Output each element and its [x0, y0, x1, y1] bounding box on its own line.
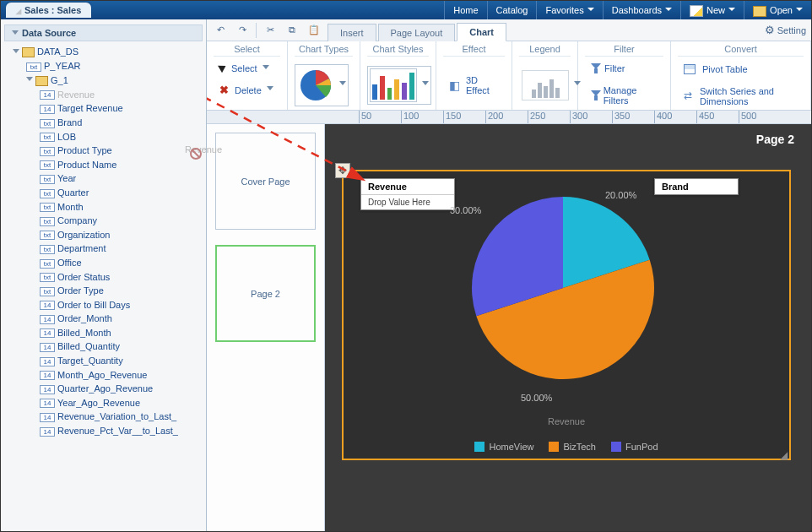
select-button[interactable]: Select — [214, 60, 275, 77]
tree-field-label: Target Revenue — [57, 103, 123, 113]
undo-button[interactable]: ↶ — [212, 22, 229, 39]
tree-field[interactable]: Order Status — [13, 270, 206, 285]
text-field-icon — [40, 175, 55, 184]
menu-new[interactable]: New — [680, 1, 744, 19]
tree-field[interactable]: Company — [13, 214, 206, 228]
delete-icon: ✖ — [219, 84, 229, 96]
pie-pct-funpod: 30.00% — [450, 205, 481, 215]
tree-field-label: Order_Month — [57, 313, 112, 323]
drop-zone-value[interactable]: Revenue Drop Value Here — [360, 178, 455, 210]
tree-group[interactable]: G_1 — [13, 73, 206, 88]
copy-button[interactable]: ⧉ — [284, 22, 300, 39]
tree-field[interactable]: Quarter — [13, 186, 206, 200]
tree-field[interactable]: Organization — [13, 228, 206, 242]
canvas[interactable]: Page 2 ✥ ◢ Revenue Drop Value Here Brand — [325, 124, 811, 531]
tab-chart[interactable]: Chart — [457, 23, 506, 41]
tab-insert[interactable]: Insert — [328, 24, 376, 41]
ribbon-legend-header: Legend — [519, 41, 571, 57]
legend-picker[interactable] — [519, 68, 583, 103]
tree-field[interactable]: Product Type — [13, 144, 206, 158]
ribbon-select-header: Select — [214, 41, 280, 57]
numeric-field-icon — [40, 399, 55, 408]
delete-button[interactable]: ✖Delete — [214, 80, 279, 100]
legend-item-homeview[interactable]: HomeView — [474, 442, 533, 452]
top-bar: Sales : Sales Home Catalog Favorites Das… — [1, 1, 811, 19]
redo-button[interactable]: ↷ — [234, 22, 251, 39]
swap-icon — [684, 91, 693, 101]
drop-zone-label: Revenue — [361, 179, 454, 194]
ruler-tick: 300 — [570, 111, 587, 124]
tree-field[interactable]: Order Type — [13, 284, 206, 298]
numeric-field-icon — [40, 315, 55, 324]
tree-field[interactable]: Revenue — [13, 88, 206, 102]
numeric-field-icon — [40, 301, 55, 310]
tree-field[interactable]: Month_Ago_Revenue — [13, 368, 206, 383]
legend-icon — [522, 70, 569, 100]
tree-field[interactable]: Order_Month — [13, 312, 206, 326]
document-title: Sales : Sales — [24, 5, 81, 15]
legend-item-biztech[interactable]: BizTech — [549, 442, 596, 452]
tree-field[interactable]: Revenue_Variation_to_Last_ — [13, 410, 206, 424]
data-tree: DATA_DS P_YEAR G_1 RevenueTarget Revenue… — [1, 45, 206, 438]
drop-zone-hint: Drop Value Here — [361, 194, 454, 209]
tree-field[interactable]: Year — [13, 171, 206, 186]
legend-item-funpod[interactable]: FunPod — [611, 442, 658, 452]
chart-frame[interactable]: ✥ ◢ Revenue Drop Value Here Brand — [342, 170, 791, 460]
quick-toolbar: ↶ ↷ ✂ ⧉ 📋 Insert Page Layout Chart Setti… — [207, 19, 811, 41]
ribbon-effect-header: Effect — [443, 41, 505, 57]
filter-button[interactable]: Filter — [585, 60, 631, 77]
tab-page-layout[interactable]: Page Layout — [378, 24, 456, 41]
tree-field[interactable]: Brand — [13, 116, 206, 130]
drop-zone-series[interactable]: Brand — [654, 178, 739, 195]
ribbon-convert-header: Convert — [678, 41, 804, 57]
paste-button[interactable]: 📋 — [306, 22, 322, 39]
tree-field[interactable]: Billed_Month — [13, 326, 206, 340]
tree-field[interactable]: Quarter_Ago_Revenue — [13, 382, 206, 396]
chart-style-picker[interactable] — [367, 66, 431, 105]
legend-swatch — [474, 442, 484, 452]
thumb-cover-page[interactable]: Cover Page — [215, 133, 316, 230]
data-source-header[interactable]: Data Source — [4, 24, 203, 41]
folder-icon — [22, 47, 35, 57]
bar-chart-icon — [370, 68, 417, 102]
chart-legend: HomeView BizTech FunPod — [344, 442, 789, 452]
tree-pyear[interactable]: P_YEAR — [13, 59, 206, 73]
menu-open[interactable]: Open — [744, 1, 811, 19]
tree-field[interactable]: LOB — [13, 130, 206, 144]
tree-field[interactable]: Order to Bill Days — [13, 298, 206, 312]
tree-field[interactable]: Target_Quantity — [13, 354, 206, 368]
document-tab[interactable]: Sales : Sales — [6, 3, 91, 18]
tree-field[interactable]: Revenue_Pct_Var__to_Last_ — [13, 424, 206, 438]
data-source-panel: Data Source DATA_DS P_YEAR G_1 RevenueTa… — [1, 19, 207, 531]
tree-field[interactable]: Target Revenue — [13, 101, 206, 116]
tree-root[interactable]: DATA_DS — [13, 45, 206, 59]
menu-favorites[interactable]: Favorites — [536, 1, 602, 19]
tree-field[interactable]: Office — [13, 256, 206, 270]
pie-pct-biztech: 50.00% — [521, 393, 552, 403]
tree-field[interactable]: Month — [13, 200, 206, 214]
tree-field[interactable]: Year_Ago_Revenue — [13, 396, 206, 410]
text-field-icon — [40, 203, 55, 212]
menu-dashboards[interactable]: Dashboards — [603, 1, 680, 19]
text-field-icon — [40, 287, 55, 296]
tree-field-label: Order Type — [57, 285, 104, 296]
switch-label: Switch Series and Dimensions — [700, 86, 798, 106]
settings-button[interactable]: Setting — [765, 24, 806, 36]
cut-button[interactable]: ✂ — [262, 22, 279, 39]
numeric-field-icon — [40, 413, 55, 422]
menu-home[interactable]: Home — [444, 1, 486, 19]
menu-catalog[interactable]: Catalog — [487, 1, 537, 19]
tree-field[interactable]: Department — [13, 242, 206, 256]
3d-effect-button[interactable]: ◧3D Effect — [443, 72, 505, 99]
pie-chart[interactable] — [462, 187, 664, 389]
manage-filters-button[interactable]: Manage Filters — [585, 82, 663, 109]
tree-field[interactable]: Billed_Quantity — [13, 339, 206, 354]
ruler-tick: 200 — [485, 111, 503, 124]
pivot-table-button[interactable]: Pivot Table — [678, 61, 804, 78]
thumb-page-2[interactable]: Page 2 — [215, 245, 316, 342]
switch-series-button[interactable]: Switch Series and Dimensions — [678, 83, 804, 110]
legend-swatch — [611, 442, 621, 452]
tree-field[interactable]: Product Name — [13, 158, 206, 172]
chart-type-pie[interactable] — [295, 64, 349, 106]
move-handle-icon[interactable]: ✥ — [335, 163, 350, 178]
